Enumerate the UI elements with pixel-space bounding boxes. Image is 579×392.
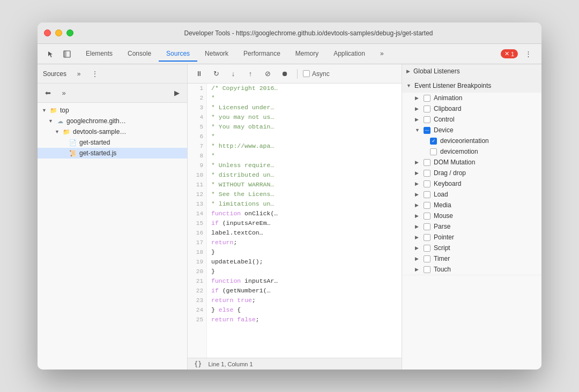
bp-checkbox-drag[interactable] xyxy=(424,170,430,177)
bp-checkbox-keyboard[interactable] xyxy=(424,180,430,187)
bp-checkbox-deviceorientation[interactable] xyxy=(430,138,437,145)
bp-checkbox-mouse[interactable] xyxy=(424,213,430,220)
tab-console[interactable]: Console xyxy=(120,47,159,62)
devtools-window: Developer Tools - https://googlechrome.g… xyxy=(38,22,541,370)
bp-checkbox-script[interactable] xyxy=(424,245,430,252)
code-toolbar: ⏸ ↻ ↓ ↑ ⊘ ⏺ Async xyxy=(188,64,402,84)
async-checkbox[interactable] xyxy=(303,70,310,77)
bp-touch[interactable]: ▶ Touch xyxy=(402,264,541,275)
bp-arrow-script: ▶ xyxy=(415,245,420,251)
bp-clipboard[interactable]: ▶ Clipboard xyxy=(402,103,541,114)
bp-checkbox-clipboard[interactable] xyxy=(424,105,430,112)
bp-devicemotion[interactable]: devicemotion xyxy=(402,146,541,157)
bp-keyboard[interactable]: ▶ Keyboard xyxy=(402,178,541,189)
cursor-icon[interactable] xyxy=(44,47,58,61)
sidebar-more-icon[interactable]: » xyxy=(72,67,86,81)
code-line-13: * limitations un… xyxy=(211,199,397,209)
ln-13: 13 xyxy=(188,199,203,209)
window-title: Developer Tools - https://googlechrome.g… xyxy=(82,29,535,37)
ln-19: 19 xyxy=(188,257,203,267)
dock-icon[interactable] xyxy=(60,47,74,61)
code-lines: /* Copyright 2016… * * Licensed under… *… xyxy=(207,84,402,358)
bp-parse[interactable]: ▶ Parse xyxy=(402,221,541,232)
bp-arrow-parse: ▶ xyxy=(415,224,420,229)
tab-network[interactable]: Network xyxy=(197,47,236,62)
code-line-17: return; xyxy=(211,238,397,247)
bp-checkbox-load[interactable] xyxy=(424,191,430,198)
stop-icon[interactable]: ⏺ xyxy=(278,67,292,81)
nav-back-icon[interactable]: ⬅ xyxy=(41,86,55,100)
code-line-10: * distributed un… xyxy=(211,170,397,180)
error-badge[interactable]: ✕ 1 xyxy=(501,49,518,58)
bp-animation[interactable]: ▶ Animation xyxy=(402,93,541,103)
tree-item-googlechrome[interactable]: ▼ ☁ googlechrome.gith… xyxy=(38,116,187,126)
nav-play-icon[interactable]: ▶ xyxy=(170,86,184,100)
code-editor[interactable]: 1 2 3 4 5 6 7 8 9 10 11 12 13 14 15 16 1 xyxy=(188,84,402,358)
file-sidebar: Sources » ⋮ ⬅ » ▶ ▼ 📁 top xyxy=(38,64,188,370)
bp-deviceorientation[interactable]: deviceorientation xyxy=(402,135,541,146)
bp-load[interactable]: ▶ Load xyxy=(402,189,541,200)
bp-script[interactable]: ▶ Script xyxy=(402,243,541,253)
close-button[interactable] xyxy=(44,29,51,36)
code-line-23: return true; xyxy=(211,296,397,305)
maximize-button[interactable] xyxy=(66,29,73,36)
bp-checkbox-media[interactable] xyxy=(424,202,430,209)
format-button[interactable]: {} xyxy=(192,360,204,368)
ln-2: 2 xyxy=(188,93,203,103)
tab-bar: Elements Console Sources Network Perform… xyxy=(38,44,541,64)
tree-item-top[interactable]: ▼ 📁 top xyxy=(38,105,187,116)
tab-memory[interactable]: Memory xyxy=(288,47,326,62)
pause-icon[interactable]: ⏸ xyxy=(192,67,206,81)
tree-item-devtools[interactable]: ▼ 📁 devtools-sample… xyxy=(38,126,187,137)
bp-drag-drop[interactable]: ▶ Drag / drop xyxy=(402,168,541,178)
more-options-button[interactable]: ⋮ xyxy=(521,47,535,61)
bp-checkbox-timer[interactable] xyxy=(424,255,430,262)
step-over-icon[interactable]: ↻ xyxy=(209,67,223,81)
error-count: 1 xyxy=(511,51,514,57)
tab-more[interactable]: » xyxy=(373,47,391,62)
bp-device[interactable]: ▼ Device xyxy=(402,125,541,135)
bp-arrow-timer: ▶ xyxy=(415,256,420,261)
bp-checkbox-dom[interactable] xyxy=(424,159,430,166)
minimize-button[interactable] xyxy=(55,29,62,36)
bp-mouse[interactable]: ▶ Mouse xyxy=(402,210,541,221)
tab-sources[interactable]: Sources xyxy=(159,47,197,62)
ln-24: 24 xyxy=(188,305,203,315)
ln-12: 12 xyxy=(188,190,203,199)
code-line-8: * xyxy=(211,151,397,161)
event-listener-header[interactable]: ▼ Event Listener Breakpoints xyxy=(402,79,541,93)
code-line-7: * http://www.apa… xyxy=(211,141,397,151)
bp-label-media: Media xyxy=(434,201,451,209)
tab-elements[interactable]: Elements xyxy=(78,47,120,62)
bp-pointer[interactable]: ▶ Pointer xyxy=(402,232,541,243)
tab-application[interactable]: Application xyxy=(326,47,373,62)
tree-item-get-started[interactable]: 📄 get-started xyxy=(38,137,187,148)
bp-checkbox-device[interactable] xyxy=(424,127,430,134)
tab-performance[interactable]: Performance xyxy=(236,47,288,62)
global-listeners-header[interactable]: ▶ Global Listeners xyxy=(402,64,541,78)
code-line-21: function inputsAr… xyxy=(211,276,397,286)
step-into-icon[interactable]: ↓ xyxy=(226,67,240,81)
ln-20: 20 xyxy=(188,267,203,276)
nav-more-icon[interactable]: » xyxy=(57,86,71,100)
bp-checkbox-devicemotion[interactable] xyxy=(430,148,437,155)
bp-checkbox-parse[interactable] xyxy=(424,223,430,230)
bp-checkbox-touch[interactable] xyxy=(424,266,430,273)
bp-dom-mutation[interactable]: ▶ DOM Mutation xyxy=(402,157,541,168)
tree-item-get-started-js[interactable]: 📜 get-started.js xyxy=(38,148,187,159)
bp-label-dom: DOM Mutation xyxy=(434,159,475,166)
bp-checkbox-pointer[interactable] xyxy=(424,234,430,241)
tab-bar-right: ✕ 1 ⋮ xyxy=(496,47,539,61)
step-out-icon[interactable]: ↑ xyxy=(243,67,257,81)
sidebar-menu-icon[interactable]: ⋮ xyxy=(88,67,102,81)
code-line-22: if (getNumber1(… xyxy=(211,286,397,296)
ln-9: 9 xyxy=(188,161,203,170)
bp-checkbox-animation[interactable] xyxy=(424,95,430,102)
bp-timer[interactable]: ▶ Timer xyxy=(402,253,541,264)
bp-checkbox-control[interactable] xyxy=(424,116,430,123)
ln-10: 10 xyxy=(188,170,203,180)
bp-media[interactable]: ▶ Media xyxy=(402,200,541,210)
bp-control[interactable]: ▶ Control xyxy=(402,114,541,125)
deactivate-icon[interactable]: ⊘ xyxy=(261,67,274,81)
ln-21: 21 xyxy=(188,276,203,286)
